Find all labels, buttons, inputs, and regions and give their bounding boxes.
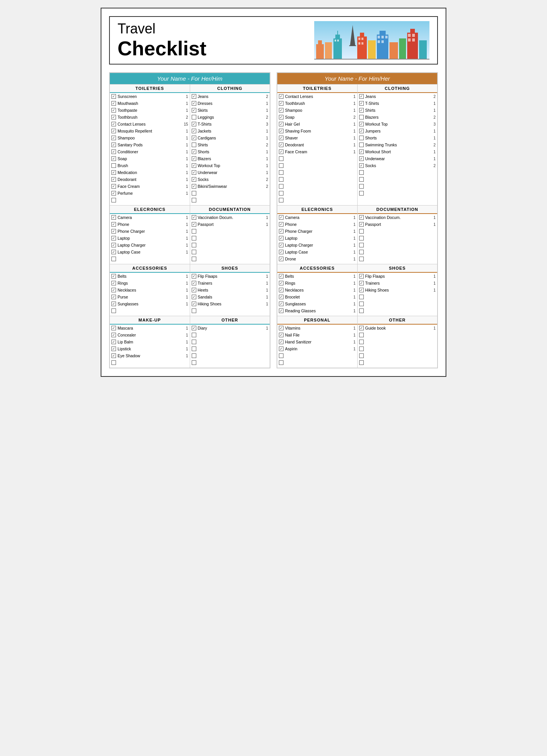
checkbox[interactable]	[279, 302, 283, 306]
checkbox[interactable]	[111, 136, 116, 140]
checkbox[interactable]	[279, 308, 283, 313]
checkbox[interactable]	[111, 177, 116, 182]
checkbox[interactable]	[279, 295, 283, 299]
checkbox[interactable]	[359, 101, 364, 106]
checkbox[interactable]	[111, 243, 116, 247]
checkbox[interactable]	[192, 281, 196, 285]
him-row-2: ELECRONICS Camera1 Phone1 Phone Charger1…	[277, 205, 437, 264]
checkbox[interactable]	[111, 236, 116, 240]
list-item: Hiking Shoes1	[190, 300, 270, 307]
checkbox[interactable]	[279, 143, 283, 147]
checkbox[interactable]	[111, 170, 116, 175]
checkbox[interactable]	[111, 115, 116, 119]
checkbox[interactable]	[111, 281, 116, 285]
checkbox[interactable]	[192, 101, 196, 106]
checkbox[interactable]	[279, 149, 283, 154]
checkbox[interactable]	[359, 288, 364, 292]
checkbox[interactable]	[111, 333, 116, 337]
checkbox[interactable]	[279, 250, 283, 254]
checkbox[interactable]	[359, 143, 364, 147]
checklist-label: Checklist	[118, 37, 206, 60]
checkbox[interactable]	[359, 274, 364, 279]
checkbox[interactable]	[111, 191, 116, 196]
checkbox[interactable]	[192, 215, 196, 220]
checkbox[interactable]	[279, 222, 283, 227]
checkbox[interactable]	[111, 288, 116, 292]
checkbox[interactable]	[111, 108, 116, 113]
checkbox[interactable]	[192, 302, 196, 306]
checkbox[interactable]	[279, 94, 283, 99]
checkbox[interactable]	[192, 177, 196, 182]
checkbox[interactable]	[359, 215, 364, 220]
checkbox[interactable]	[111, 163, 116, 168]
checkbox[interactable]	[111, 94, 116, 99]
checkbox[interactable]	[279, 215, 283, 220]
checkbox[interactable]	[279, 115, 283, 119]
checkbox[interactable]	[279, 101, 283, 106]
checkbox[interactable]	[359, 129, 364, 133]
checkbox[interactable]	[192, 129, 196, 133]
checkbox[interactable]	[111, 143, 116, 147]
checkbox[interactable]	[359, 326, 364, 330]
checkbox[interactable]	[111, 184, 116, 189]
checkbox[interactable]	[279, 333, 283, 337]
checkbox[interactable]	[279, 136, 283, 140]
checkbox[interactable]	[111, 250, 116, 254]
checkbox[interactable]	[192, 136, 196, 140]
checkbox[interactable]	[192, 94, 196, 99]
checkbox[interactable]	[192, 163, 196, 168]
checkbox[interactable]	[192, 274, 196, 279]
checkbox[interactable]	[111, 340, 116, 344]
checkbox[interactable]	[279, 122, 283, 126]
checkbox[interactable]	[192, 122, 196, 126]
checkbox[interactable]	[279, 229, 283, 234]
checkbox[interactable]	[359, 108, 364, 113]
checkbox[interactable]	[192, 184, 196, 189]
checkbox[interactable]	[279, 340, 283, 344]
checkbox[interactable]	[192, 326, 196, 330]
checkbox[interactable]	[111, 122, 116, 126]
checkbox[interactable]	[111, 302, 116, 306]
checkbox[interactable]	[359, 156, 364, 161]
checkbox[interactable]	[192, 295, 196, 299]
checkbox[interactable]	[359, 115, 364, 119]
checkbox[interactable]	[192, 170, 196, 175]
checkbox[interactable]	[359, 136, 364, 140]
checkbox[interactable]	[111, 295, 116, 299]
checkbox[interactable]	[279, 288, 283, 292]
checkbox[interactable]	[111, 156, 116, 161]
checkbox[interactable]	[111, 326, 116, 330]
checkbox[interactable]	[279, 326, 283, 330]
checkbox[interactable]	[279, 108, 283, 113]
checkbox[interactable]	[359, 122, 364, 126]
checkbox[interactable]	[192, 222, 196, 227]
checkbox[interactable]	[192, 149, 196, 154]
checkbox[interactable]	[192, 143, 196, 147]
checkbox[interactable]	[192, 108, 196, 113]
checkbox[interactable]	[359, 163, 364, 168]
checkbox[interactable]	[279, 346, 283, 351]
checkbox[interactable]	[111, 346, 116, 351]
checkbox[interactable]	[111, 129, 116, 133]
checkbox[interactable]	[111, 229, 116, 234]
checkbox[interactable]	[359, 94, 364, 99]
checkbox[interactable]	[279, 257, 283, 261]
checkbox[interactable]	[359, 281, 364, 285]
checkbox[interactable]	[111, 215, 116, 220]
checkbox[interactable]	[192, 115, 196, 119]
checkbox[interactable]	[111, 149, 116, 154]
checkbox[interactable]	[279, 243, 283, 247]
checkbox[interactable]	[279, 129, 283, 133]
checkbox[interactable]	[192, 156, 196, 161]
checkbox[interactable]	[111, 274, 116, 279]
checkbox[interactable]	[192, 288, 196, 292]
checkbox[interactable]	[111, 222, 116, 227]
list-item: Hiking Shoes1	[358, 287, 438, 293]
checkbox[interactable]	[279, 274, 283, 279]
checkbox[interactable]	[111, 353, 116, 358]
checkbox[interactable]	[279, 281, 283, 285]
checkbox[interactable]	[111, 101, 116, 106]
checkbox[interactable]	[359, 149, 364, 154]
checkbox[interactable]	[279, 236, 283, 240]
checkbox[interactable]	[359, 222, 364, 227]
